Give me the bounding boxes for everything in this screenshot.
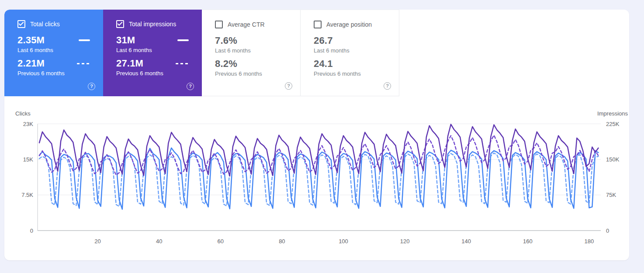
total-impressions-current-caption: Last 6 months <box>116 47 202 53</box>
total-clicks-current-metric: 2.35M Last 6 months <box>17 35 103 53</box>
average-ctr-previous-value: 8.2% <box>215 59 237 69</box>
dashed-line-legend-icon <box>176 63 189 64</box>
total-clicks-current-caption: Last 6 months <box>17 47 103 53</box>
help-icon[interactable]: ? <box>285 82 292 90</box>
right-axis-title: Impressions <box>597 110 628 117</box>
x-axis-tick-label: 160 <box>523 238 533 245</box>
average-position-current-metric: 26.7 Last 6 months <box>314 35 399 54</box>
average-position-current-caption: Last 6 months <box>314 47 399 54</box>
help-icon[interactable]: ? <box>187 83 194 90</box>
average-ctr-check-row: Average CTR <box>215 21 300 28</box>
total-clicks-previous-caption: Previous 6 months <box>17 70 103 77</box>
metric-card-average-ctr[interactable]: Average CTR 7.6% Last 6 months 8.2% Prev… <box>202 10 301 96</box>
solid-line-legend-icon <box>177 39 189 41</box>
total-clicks-current-value: 2.35M <box>17 35 45 46</box>
total-impressions-checkbox[interactable] <box>116 20 124 28</box>
total-impressions-label: Total impressions <box>129 21 176 28</box>
average-position-previous-caption: Previous 6 months <box>314 70 399 77</box>
x-axis-tick-label: 60 <box>218 238 224 245</box>
right-axis-tick-label: 75K <box>606 192 616 198</box>
x-axis-tick-label: 20 <box>94 238 100 245</box>
average-position-check-row: Average position <box>314 21 399 28</box>
average-position-previous-value: 24.1 <box>314 59 333 69</box>
average-position-current-value: 26.7 <box>314 35 333 46</box>
total-impressions-previous-metric: 27.1M Previous 6 months <box>116 58 202 77</box>
total-clicks-check-row: Total clicks <box>17 20 103 28</box>
clicks-impressions-line-chart[interactable]: 23K225K15K150K7.5K75K00ClicksImpressions… <box>4 96 629 260</box>
performance-panel: Total clicks 2.35M Last 6 months 2.21M P… <box>4 10 629 260</box>
x-axis-tick-label: 180 <box>585 238 594 245</box>
total-impressions-previous-caption: Previous 6 months <box>116 70 202 77</box>
x-axis-tick-label: 40 <box>156 238 162 245</box>
x-axis-tick-label: 100 <box>339 238 348 245</box>
metric-card-total-impressions[interactable]: Total impressions 31M Last 6 months 27.1… <box>103 10 202 96</box>
total-impressions-previous-value: 27.1M <box>116 58 143 69</box>
right-axis-tick-label: 150K <box>606 156 620 163</box>
total-impressions-current-metric: 31M Last 6 months <box>116 35 202 53</box>
average-ctr-checkbox[interactable] <box>215 21 223 28</box>
left-axis-tick-label: 23K <box>23 121 33 127</box>
left-axis-tick-label: 0 <box>30 228 33 234</box>
right-axis-tick-label: 225K <box>606 121 620 127</box>
average-ctr-current-metric: 7.6% Last 6 months <box>215 35 300 54</box>
average-position-label: Average position <box>326 21 372 28</box>
total-clicks-previous-metric: 2.21M Previous 6 months <box>17 58 103 77</box>
x-axis-tick-label: 140 <box>461 238 471 245</box>
x-axis-tick-label: 120 <box>400 238 410 245</box>
total-impressions-current-value: 31M <box>116 35 135 46</box>
average-ctr-current-value: 7.6% <box>215 35 237 46</box>
average-position-previous-metric: 24.1 Previous 6 months <box>314 59 399 77</box>
help-icon[interactable]: ? <box>384 82 391 90</box>
help-icon[interactable]: ? <box>88 83 95 90</box>
metric-card-total-clicks[interactable]: Total clicks 2.35M Last 6 months 2.21M P… <box>4 10 103 96</box>
total-clicks-label: Total clicks <box>30 21 60 28</box>
performance-chart[interactable]: 23K225K15K150K7.5K75K00ClicksImpressions… <box>4 96 629 260</box>
metric-cards-row: Total clicks 2.35M Last 6 months 2.21M P… <box>4 10 629 96</box>
solid-line-legend-icon <box>79 39 90 41</box>
x-axis-tick-label: 80 <box>279 238 285 245</box>
left-axis-title: Clicks <box>15 110 31 117</box>
average-ctr-previous-caption: Previous 6 months <box>215 70 300 77</box>
metric-card-average-position[interactable]: Average position 26.7 Last 6 months 24.1… <box>301 10 399 96</box>
left-axis-tick-label: 15K <box>23 156 33 163</box>
total-clicks-previous-value: 2.21M <box>17 58 45 69</box>
average-ctr-previous-metric: 8.2% Previous 6 months <box>215 59 300 77</box>
total-clicks-checkbox[interactable] <box>17 20 25 28</box>
left-axis-tick-label: 7.5K <box>21 192 33 198</box>
average-ctr-label: Average CTR <box>228 21 265 28</box>
dashed-line-legend-icon <box>77 63 90 64</box>
average-ctr-current-caption: Last 6 months <box>215 47 300 54</box>
total-impressions-check-row: Total impressions <box>116 20 202 28</box>
average-position-checkbox[interactable] <box>314 21 322 28</box>
series-line-clicks-current[interactable] <box>39 148 599 209</box>
right-axis-tick-label: 0 <box>606 228 609 234</box>
